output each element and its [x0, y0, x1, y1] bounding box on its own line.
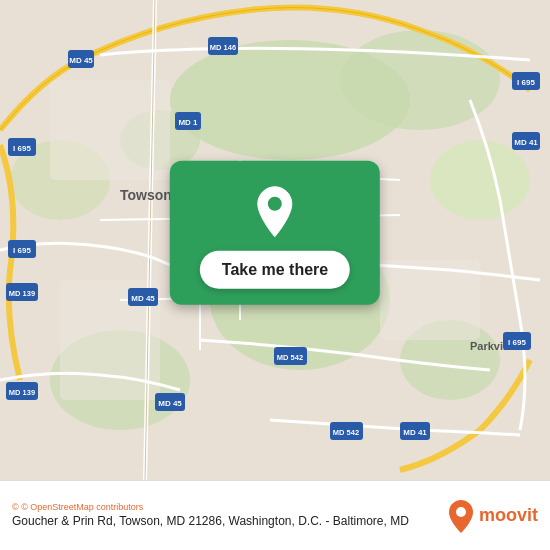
svg-point-3 — [430, 140, 530, 220]
svg-text:MD 1: MD 1 — [178, 118, 198, 127]
svg-text:MD 45: MD 45 — [158, 399, 182, 408]
map-container: Towson Parkville MD 45 MD 146 I 695 MD 1… — [0, 0, 550, 480]
osm-logo: © — [12, 502, 19, 512]
svg-text:MD 139: MD 139 — [9, 388, 35, 397]
osm-credit-text: © OpenStreetMap contributors — [21, 502, 143, 512]
svg-text:MD 542: MD 542 — [277, 353, 303, 362]
take-me-there-button[interactable]: Take me there — [200, 251, 350, 289]
svg-text:MD 542: MD 542 — [333, 428, 359, 437]
address-text: Goucher & Prin Rd, Towson, MD 21286, Was… — [12, 514, 437, 530]
footer-bar: © © OpenStreetMap contributors Goucher &… — [0, 480, 550, 550]
moovit-brand-text: moovit — [479, 505, 538, 526]
svg-text:I 695: I 695 — [508, 338, 526, 347]
moovit-pin-icon — [447, 499, 475, 533]
svg-text:MD 45: MD 45 — [131, 294, 155, 303]
svg-text:MD 41: MD 41 — [514, 138, 538, 147]
footer-left: © © OpenStreetMap contributors Goucher &… — [12, 502, 437, 530]
svg-text:MD 146: MD 146 — [210, 43, 236, 52]
popup-overlay: Take me there — [170, 161, 380, 305]
moovit-logo: moovit — [447, 499, 538, 533]
svg-point-46 — [268, 197, 282, 211]
location-pin-icon — [253, 185, 297, 239]
svg-text:Towson: Towson — [120, 187, 172, 203]
svg-text:I 695: I 695 — [13, 144, 31, 153]
pin-card: Take me there — [170, 161, 380, 305]
svg-point-47 — [456, 507, 466, 517]
svg-text:I 695: I 695 — [13, 246, 31, 255]
svg-text:I 695: I 695 — [517, 78, 535, 87]
svg-text:MD 139: MD 139 — [9, 289, 35, 298]
svg-text:MD 45: MD 45 — [69, 56, 93, 65]
svg-text:MD 41: MD 41 — [403, 428, 427, 437]
osm-credit: © © OpenStreetMap contributors — [12, 502, 437, 512]
